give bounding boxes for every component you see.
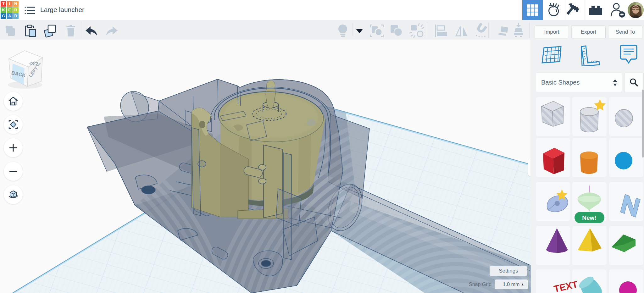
svg-text:New!: New! xyxy=(582,214,596,221)
svg-text:TEXT: TEXT xyxy=(553,279,579,293)
